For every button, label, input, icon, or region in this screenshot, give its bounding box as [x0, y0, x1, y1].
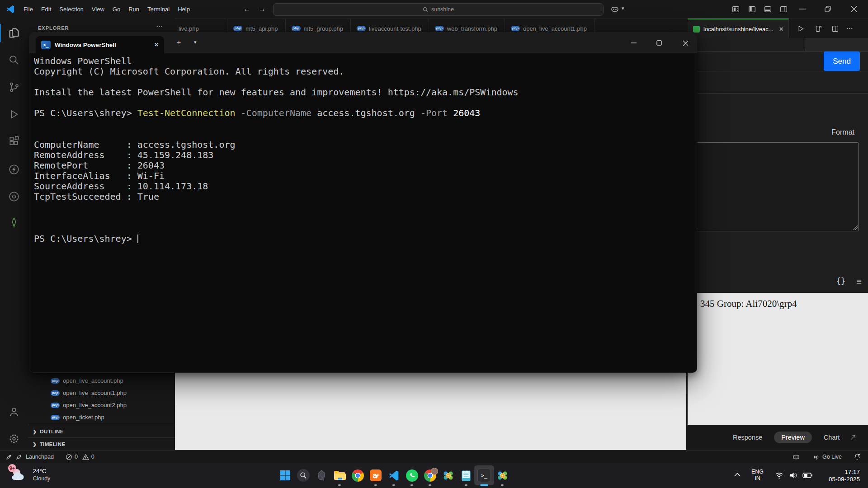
toggle-secondary-sidebar-icon[interactable]	[780, 5, 788, 13]
toggle-panel-icon[interactable]	[764, 5, 772, 13]
start-button[interactable]	[277, 467, 293, 483]
rocket-icon[interactable]	[15, 453, 23, 460]
extensions-icon[interactable]	[8, 136, 20, 147]
terminal-maximize-button[interactable]	[649, 33, 670, 53]
account-icon[interactable]	[8, 406, 20, 418]
taskbar-clock[interactable]: 17:17 05-09-2025	[829, 469, 860, 483]
settings-gear-icon[interactable]	[8, 433, 20, 445]
request-body-textarea[interactable]	[694, 142, 859, 231]
open-in-browser-icon[interactable]	[815, 25, 822, 33]
obsidian-icon[interactable]	[313, 467, 330, 483]
language-indicator[interactable]: ENGIN	[751, 469, 764, 481]
restore-button[interactable]	[825, 6, 831, 12]
taskbar-search-icon[interactable]	[295, 467, 311, 483]
gear-flower-app-icon[interactable]	[440, 467, 456, 483]
volume-icon[interactable]	[789, 472, 797, 479]
command-center-search[interactable]: sunshine	[273, 3, 604, 16]
copilot-icon[interactable]	[610, 5, 619, 14]
launchpad-label[interactable]: Launchpad	[26, 454, 54, 460]
php-file-icon: php	[435, 26, 444, 31]
terminal-close-button[interactable]	[675, 33, 696, 53]
tab-response[interactable]: Response	[733, 434, 762, 441]
expand-arrow-icon[interactable]	[849, 434, 856, 441]
menu-selection[interactable]: Selection	[55, 6, 87, 13]
terminal-line: Windows PowerShell	[34, 56, 697, 66]
menu-file[interactable]: File	[19, 6, 37, 13]
close-tab-icon[interactable]: ✕	[779, 26, 784, 33]
new-tab-icon[interactable]: +	[177, 38, 181, 47]
menu-terminal[interactable]: Terminal	[143, 6, 174, 13]
terminal-content[interactable]: Windows PowerShell Copyright (C) Microso…	[29, 53, 697, 372]
file-item[interactable]: php open_ticket.php	[28, 411, 175, 423]
xampp-icon[interactable]: ꜻ	[368, 467, 384, 483]
format-label[interactable]: Format	[831, 128, 854, 136]
run-debug-icon[interactable]	[8, 108, 20, 120]
send-button[interactable]: Send	[824, 52, 860, 71]
tray-chevron-up-icon[interactable]	[734, 473, 741, 477]
views-more-actions-icon[interactable]: ⋯	[156, 23, 163, 31]
notifications-bell-icon[interactable]	[854, 453, 861, 460]
broadcast-icon[interactable]	[813, 454, 820, 460]
notepad-icon[interactable]	[458, 467, 474, 483]
warnings-icon[interactable]	[82, 454, 89, 460]
run-file-icon[interactable]	[797, 25, 805, 33]
customize-layout-icon[interactable]	[732, 5, 740, 13]
file-item[interactable]: php open_live_account2.php	[28, 399, 175, 411]
tab-dropdown-icon[interactable]: ▾	[194, 39, 197, 45]
menu-help[interactable]: Help	[174, 6, 194, 13]
tab-preview[interactable]: Preview	[774, 432, 812, 443]
mongodb-icon[interactable]	[8, 217, 20, 229]
chrome-icon[interactable]	[349, 467, 366, 483]
close-tab-icon[interactable]: ✕	[154, 42, 159, 48]
battery-icon[interactable]	[802, 473, 812, 478]
chrome-profile-icon[interactable]	[422, 467, 438, 483]
vscode-taskbar-icon[interactable]	[386, 467, 402, 483]
tab-label: web_transform.php	[447, 25, 497, 32]
go-live-label[interactable]: Go Live	[822, 454, 842, 460]
menu-edit[interactable]: Edit	[37, 6, 55, 13]
weather-widget[interactable]: 9+ 24°C Cloudy	[11, 467, 50, 484]
tab-localhost-sunshine[interactable]: localhost/sunshine/liveac... ✕	[688, 19, 789, 38]
browser-favicon	[693, 26, 700, 33]
file-item[interactable]: php open_live_account.php	[28, 375, 175, 387]
resize-grip[interactable]	[853, 225, 858, 230]
terminal-taskbar-icon[interactable]: >_	[476, 467, 492, 483]
whatsapp-icon[interactable]	[404, 467, 420, 483]
terminal-titlebar[interactable]: >_ Windows PowerShell ✕ + ▾	[29, 33, 697, 53]
wifi-icon[interactable]	[775, 472, 783, 479]
search-text: sunshine	[431, 6, 454, 13]
copilot-status-icon[interactable]	[792, 453, 800, 461]
gear-flower-app-icon-2[interactable]	[494, 467, 510, 483]
split-editor-icon[interactable]	[831, 25, 839, 33]
file-item[interactable]: php open_live_account1.php	[28, 387, 175, 399]
terminal-tab[interactable]: >_ Windows PowerShell ✕	[36, 36, 164, 53]
tab-chart[interactable]: Chart	[824, 434, 840, 441]
chevron-down-icon[interactable]: ▾	[622, 5, 624, 11]
terminal-minimize-button[interactable]	[623, 33, 644, 53]
forward-arrow-icon[interactable]: →	[255, 5, 269, 13]
file-explorer-icon[interactable]	[331, 467, 348, 483]
url-input-partial[interactable]	[805, 38, 868, 52]
menu-go[interactable]: Go	[108, 6, 124, 13]
outline-section[interactable]: ❯ OUTLINE	[28, 425, 175, 438]
terminal-output-line: ComputerName : access.tgshost.org	[34, 140, 697, 150]
close-button[interactable]	[851, 6, 857, 12]
menu-lines-icon[interactable]: ≡	[856, 277, 862, 287]
menu-view[interactable]: View	[88, 6, 108, 13]
errors-icon[interactable]	[66, 454, 72, 460]
remote-explorer-icon[interactable]	[8, 191, 20, 202]
code-braces-icon[interactable]: {}	[836, 277, 845, 287]
terminal-prompt-line[interactable]: PS C:\Users\shrey>	[34, 234, 697, 244]
source-control-icon[interactable]	[8, 81, 20, 93]
explorer-icon[interactable]	[8, 27, 20, 39]
toggle-sidebar-icon[interactable]	[748, 5, 756, 13]
minimize-button[interactable]	[799, 9, 806, 9]
more-actions-icon[interactable]: ⋯	[846, 24, 853, 33]
menu-run[interactable]: Run	[124, 6, 143, 13]
rocket-badge-icon[interactable]	[5, 453, 13, 460]
timeline-section[interactable]: ❯ TIMELINE	[28, 437, 175, 450]
powershell-window[interactable]: >_ Windows PowerShell ✕ + ▾ Windows Powe…	[29, 32, 697, 373]
back-arrow-icon[interactable]: ←	[240, 5, 254, 13]
thunder-client-icon[interactable]	[8, 164, 20, 175]
search-view-icon[interactable]	[8, 54, 20, 66]
